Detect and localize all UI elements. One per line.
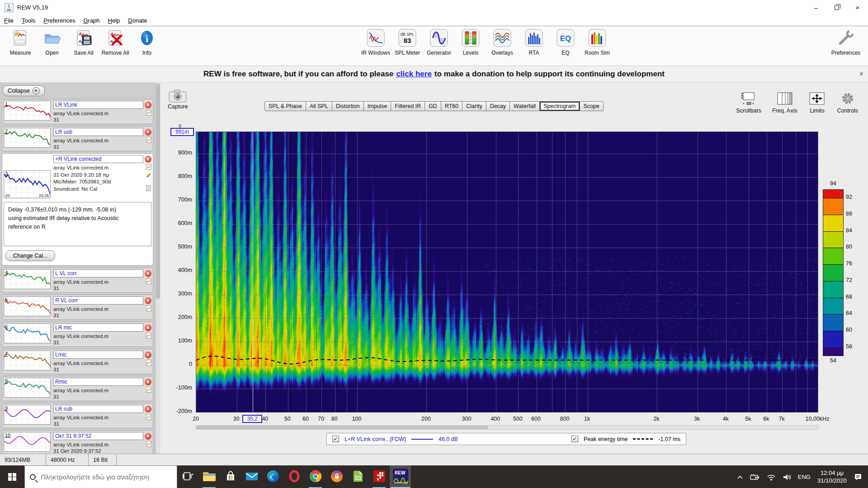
menu-item-tools[interactable]: Tools: [18, 17, 39, 24]
measurement-name-input[interactable]: [53, 155, 143, 163]
toolbar-button-rta[interactable]: RTA: [518, 27, 550, 56]
toolbar-button-levels[interactable]: 0369Levels: [455, 27, 486, 56]
measurement-thumbnail[interactable]: 2: [4, 128, 51, 148]
delete-measurement-button[interactable]: ×: [145, 102, 151, 108]
toolbar-button-preferences[interactable]: Preferences: [830, 27, 862, 56]
measurement-thumbnail[interactable]: 6: [4, 324, 51, 343]
measurement-name-input[interactable]: [53, 269, 143, 277]
notes-icon[interactable]: [146, 185, 151, 192]
minimize-button[interactable]: –: [806, 0, 826, 15]
delete-measurement-button[interactable]: ×: [145, 379, 151, 385]
measurement-panel[interactable]: 5×array VLink corrected.m31: [2, 295, 153, 320]
tab-all-spl[interactable]: All SPL: [306, 101, 332, 111]
measurement-thumbnail[interactable]: 4: [4, 269, 51, 289]
battery-icon[interactable]: [750, 474, 760, 480]
tab-spectrogram[interactable]: Spectrogram: [540, 101, 580, 111]
toolbar-button-spl-meter[interactable]: dB SPL83SPL Meter: [392, 27, 423, 56]
delete-measurement-button[interactable]: ×: [145, 406, 151, 413]
tab-clarity[interactable]: Clarity: [462, 101, 486, 111]
measurement-panel[interactable]: 9×array VLink corrected.m31: [2, 403, 153, 428]
taskbar-icon-chrome[interactable]: [305, 465, 326, 488]
measurement-panel[interactable]: 10×array VLink corrected.m31 Окт 2020 9:…: [2, 430, 153, 454]
delete-measurement-button[interactable]: ×: [145, 156, 151, 163]
measurement-thumbnail[interactable]: 7: [4, 351, 51, 371]
tab-distortion[interactable]: Distortion: [332, 101, 364, 111]
measurement-thumbnail[interactable]: 10: [4, 432, 51, 452]
measurement-thumbnail[interactable]: 9: [4, 405, 51, 425]
measurement-name-input[interactable]: [53, 378, 143, 386]
measurement-notes[interactable]: Delay -0,376±0,010 ms (-129 mm, -5,08 in…: [4, 202, 151, 246]
tab-scope[interactable]: Scope: [580, 101, 604, 111]
taskbar-icon-file-explorer[interactable]: [198, 465, 220, 488]
menu-item-help[interactable]: Help: [104, 17, 124, 24]
toolbar-button-remove-all[interactable]: Remove All: [99, 27, 131, 56]
donate-link[interactable]: click here: [396, 70, 431, 79]
taskbar-icon-opera[interactable]: [283, 465, 305, 488]
change-cal-button[interactable]: Change Cal...: [5, 250, 55, 261]
trace-checkbox[interactable]: ✓: [332, 436, 339, 442]
toolbar-button-info[interactable]: iInfo: [131, 27, 163, 56]
taskbar-icon-task-view[interactable]: [177, 465, 198, 488]
restore-button[interactable]: [826, 0, 847, 15]
measurement-panel[interactable]: 4×array VLink corrected.m31: [2, 267, 153, 293]
sidebar-scrollbar[interactable]: [155, 83, 160, 454]
taskbar-icon-ms-store[interactable]: [220, 465, 241, 488]
tab-gd[interactable]: GD: [425, 101, 441, 111]
wifi-icon[interactable]: [767, 474, 776, 481]
start-button[interactable]: [0, 465, 24, 488]
toolbar-button-save-all[interactable]: Save All: [68, 27, 99, 56]
measurement-thumbnail[interactable]: 5: [4, 296, 51, 316]
spectrogram-plot[interactable]: [196, 131, 818, 413]
graph-tool-freq-axis[interactable]: Freq. Axis: [772, 92, 797, 114]
banner-close-icon[interactable]: ×: [859, 70, 863, 78]
delete-measurement-button[interactable]: ×: [145, 352, 151, 358]
measurement-thumbnail[interactable]: 8: [4, 378, 51, 398]
tab-decay[interactable]: Decay: [486, 101, 510, 111]
menu-item-graph[interactable]: Graph: [79, 17, 104, 24]
measurement-panel[interactable]: 2×array VLink corrected.m31: [2, 126, 153, 151]
search-input[interactable]: [40, 473, 172, 481]
measurement-name-input[interactable]: [53, 128, 143, 136]
measurement-panel-selected[interactable]: 32020,0k×array VLink corrected.m31 Окт 2…: [2, 153, 153, 266]
taskbar-icon-edge[interactable]: [262, 465, 283, 488]
toolbar-button-room-sim[interactable]: Room Sim: [581, 27, 613, 56]
menu-item-file[interactable]: File: [0, 17, 18, 24]
delete-measurement-button[interactable]: ×: [145, 324, 151, 331]
toolbar-button-open[interactable]: Open: [36, 27, 68, 56]
tab-spl-phase[interactable]: SPL & Phase: [264, 101, 306, 111]
tab-rt60[interactable]: RT60: [441, 101, 462, 111]
tab-filtered-ir[interactable]: Filtered IR: [391, 101, 425, 111]
measurement-name-input[interactable]: [53, 351, 143, 359]
measurement-thumbnail[interactable]: 1: [4, 101, 51, 121]
plot-horizontal-scrollbar[interactable]: [196, 425, 818, 430]
toolbar-button-measure[interactable]: ★Measure: [5, 27, 36, 56]
taskbar-icon-mail[interactable]: [241, 465, 262, 488]
language-indicator[interactable]: ENG: [798, 474, 811, 480]
measurement-name-input[interactable]: [53, 101, 143, 109]
tab-waterfall[interactable]: Waterfall: [510, 101, 540, 111]
tab-impulse[interactable]: Impulse: [364, 101, 392, 111]
peak-energy-checkbox[interactable]: ✓: [571, 436, 578, 442]
delete-measurement-button[interactable]: ×: [145, 270, 151, 277]
menu-item-preferences[interactable]: Preferences: [39, 17, 79, 24]
edit-pencil-icon[interactable]: [146, 172, 151, 178]
close-button[interactable]: ×: [847, 0, 868, 15]
toolbar-button-eq[interactable]: EQEQ: [550, 27, 581, 56]
measurement-name-input[interactable]: [53, 296, 143, 305]
graph-tool-limits[interactable]: Limits: [808, 92, 826, 114]
measurement-panel[interactable]: 6×array VLink corrected.m31: [2, 322, 153, 347]
measurement-panel[interactable]: 7×array VLink corrected.m31: [2, 349, 153, 374]
notification-center-icon[interactable]: [854, 473, 863, 481]
graph-tool-scrollbars[interactable]: Scrollbars: [736, 92, 761, 114]
toolbar-button-ir-windows[interactable]: IR Windows: [360, 27, 392, 56]
delete-measurement-button[interactable]: ×: [145, 129, 151, 136]
menu-item-donate[interactable]: Donate: [124, 17, 151, 24]
clock[interactable]: 12:04 μμ 31/10/2020: [817, 469, 847, 485]
measurement-name-input[interactable]: [53, 432, 143, 440]
measurement-name-input[interactable]: [53, 405, 143, 413]
speaker-icon[interactable]: [783, 474, 791, 481]
capture-button[interactable]: Capture: [168, 88, 188, 110]
toolbar-button-overlays[interactable]: Overlays: [486, 27, 518, 56]
measurement-panel[interactable]: 1×array VLink corrected.m31: [2, 99, 153, 124]
delete-measurement-button[interactable]: ×: [145, 433, 151, 440]
